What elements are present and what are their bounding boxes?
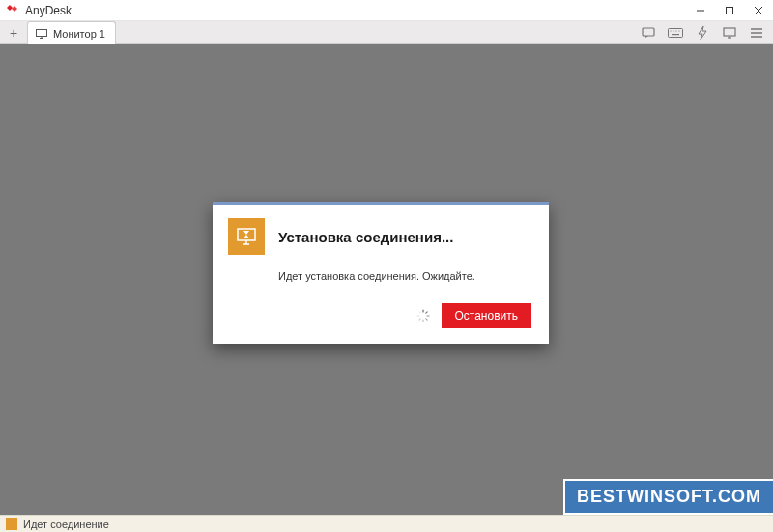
svg-marker-17 (699, 26, 706, 40)
svg-line-34 (418, 312, 419, 313)
hourglass-monitor-icon (228, 218, 265, 255)
dialog-title: Установка соединения... (278, 229, 453, 245)
menu-icon[interactable] (744, 23, 769, 42)
spinner-icon (416, 309, 430, 322)
app-title: AnyDesk (25, 4, 686, 17)
svg-line-30 (425, 319, 426, 320)
svg-rect-9 (643, 28, 654, 36)
svg-rect-6 (37, 29, 47, 36)
keyboard-icon[interactable] (663, 23, 688, 42)
tabbar: + Монитор 1 (0, 21, 773, 44)
monitor-icon (36, 29, 47, 39)
svg-marker-1 (12, 6, 17, 12)
stop-button[interactable]: Остановить (442, 303, 532, 328)
svg-point-13 (673, 30, 673, 31)
svg-line-28 (425, 312, 426, 313)
status-icon (6, 518, 17, 530)
svg-point-12 (670, 30, 671, 31)
svg-marker-0 (7, 5, 13, 11)
status-text: Идет соединение (23, 518, 109, 530)
watermark: BESTWINSOFT.COM (563, 479, 773, 515)
tab-label: Монитор 1 (53, 28, 105, 40)
svg-rect-11 (669, 28, 683, 37)
monitor-action-icon[interactable] (717, 23, 742, 42)
anydesk-logo-icon (6, 4, 19, 17)
chat-icon[interactable] (636, 23, 661, 42)
svg-point-14 (675, 30, 676, 31)
minimize-button[interactable] (686, 0, 715, 20)
svg-rect-24 (238, 229, 255, 240)
svg-line-32 (418, 319, 419, 320)
close-button[interactable] (744, 0, 773, 20)
svg-rect-18 (724, 28, 735, 36)
window-controls (686, 0, 773, 20)
tab-monitor-1[interactable]: Монитор 1 (27, 21, 116, 44)
new-tab-button[interactable]: + (0, 21, 27, 43)
svg-marker-10 (645, 36, 648, 38)
svg-rect-3 (727, 7, 733, 14)
connection-dialog: Установка соединения... Идет установка с… (213, 202, 549, 344)
lightning-icon[interactable] (690, 23, 715, 42)
maximize-button[interactable] (715, 0, 744, 20)
dialog-message: Идет установка соединения. Ожидайте. (278, 270, 531, 282)
remote-viewport: Установка соединения... Идет установка с… (0, 44, 773, 515)
toolbar-actions (636, 21, 773, 43)
titlebar: AnyDesk (0, 0, 773, 21)
svg-point-15 (678, 30, 679, 31)
svg-rect-16 (672, 34, 679, 35)
statusbar: Идет соединение (0, 515, 773, 532)
